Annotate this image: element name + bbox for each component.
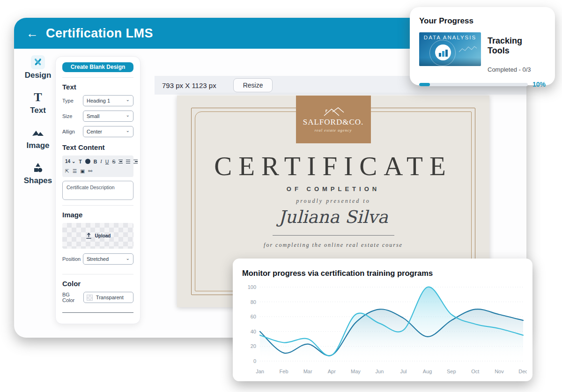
chart-card: Monitor progress via certification train… xyxy=(233,259,532,381)
x-tick-label: Sep xyxy=(447,369,456,374)
strikethrough-icon[interactable]: S xyxy=(112,159,115,164)
align-label: Allign xyxy=(62,129,75,134)
type-label: Type xyxy=(62,98,74,104)
sidebar-item-label: Image xyxy=(26,141,49,150)
back-arrow-icon[interactable]: ← xyxy=(26,27,38,39)
x-tick-label: Nov xyxy=(495,369,504,374)
y-tick-label: 80 xyxy=(251,299,256,305)
x-tick-label: Jul xyxy=(400,369,407,374)
position-value: Stretched xyxy=(87,256,109,262)
screen: ← Certification LMS Design T Text xyxy=(0,0,562,392)
x-tick-label: Mar xyxy=(303,369,312,374)
x-tick-label: Jun xyxy=(376,369,384,374)
signature-line xyxy=(273,235,394,236)
divider xyxy=(62,77,133,78)
insert-image-icon[interactable]: ▣ xyxy=(80,169,85,174)
x-tick-label: Feb xyxy=(280,369,288,374)
x-tick-label: Oct xyxy=(471,369,479,374)
resize-button[interactable]: Resize xyxy=(233,78,273,92)
chart-title: Monitor progress via certification train… xyxy=(242,269,528,278)
upload-icon xyxy=(85,232,92,239)
shapes-icon xyxy=(31,161,45,175)
progress-bar-fill xyxy=(419,83,430,86)
underline-icon[interactable]: U xyxy=(105,159,109,164)
certificate-presented-line: proudly presented to xyxy=(177,198,489,205)
course-thumbnail[interactable]: DATA ANALYSIS xyxy=(419,32,481,66)
certificate-subtitle: OF COMPLETION xyxy=(177,185,489,192)
progress-line-chart: 020406080100JanFebMarAprMayJunJulAugSepO… xyxy=(242,281,527,380)
y-tick-label: 0 xyxy=(253,358,256,364)
italic-icon[interactable]: I xyxy=(100,159,102,164)
text-content-heading: Text Content xyxy=(62,143,133,151)
rich-text-toolbar: 14 ⌄ T B I U S ⇱ ☰ ▣ ⚯ xyxy=(62,155,133,177)
sidebar-item-design[interactable]: Design xyxy=(25,55,52,80)
align-center-icon[interactable] xyxy=(126,160,130,164)
chevron-down-icon: ⌄ xyxy=(126,113,130,118)
align-left-icon[interactable] xyxy=(118,160,123,164)
chevron-down-icon: ⌄ xyxy=(126,97,130,102)
bg-color-picker[interactable]: Transparent xyxy=(83,292,133,303)
progress-bar-track xyxy=(419,83,528,86)
sidebar-item-label: Design xyxy=(25,71,52,80)
course-title: Tracking Tools xyxy=(488,36,546,56)
bg-color-value: Transparent xyxy=(96,295,124,300)
y-tick-label: 100 xyxy=(248,284,256,290)
text-color-icon[interactable] xyxy=(85,159,90,164)
sidebar-item-image[interactable]: Image xyxy=(26,126,49,150)
x-tick-label: Aug xyxy=(423,369,432,374)
size-select[interactable]: Small ⌄ xyxy=(83,111,133,122)
link-icon[interactable]: ⚯ xyxy=(88,169,92,174)
bar-chart-icon xyxy=(435,44,451,60)
your-progress-card: Your Progress DATA ANALYSIS Tracking Too… xyxy=(410,7,555,85)
image-icon xyxy=(31,126,45,140)
position-label: Position xyxy=(62,256,81,262)
left-toolbar: Design T Text Image xyxy=(20,55,56,185)
color-section-heading: Color xyxy=(62,280,133,288)
thumbnail-line-chart-icon xyxy=(458,44,477,54)
x-tick-label: Apr xyxy=(328,369,336,374)
design-tools-icon xyxy=(31,55,45,69)
bold-icon[interactable]: B xyxy=(94,159,97,164)
list-icon[interactable]: ☰ xyxy=(73,169,77,174)
text-icon: T xyxy=(31,90,45,104)
bg-color-label: BG Color xyxy=(62,292,83,303)
thumbnail-label: DATA ANALYSIS xyxy=(419,35,481,40)
progress-card-title: Your Progress xyxy=(419,16,546,26)
y-tick-label: 60 xyxy=(251,314,256,319)
sidebar-item-shapes[interactable]: Shapes xyxy=(24,161,52,185)
size-value: Small xyxy=(87,113,100,119)
sidebar-item-text[interactable]: T Text xyxy=(30,90,46,115)
app-title: Certification LMS xyxy=(46,26,153,41)
create-blank-design-button[interactable]: Create Blank Design xyxy=(62,62,133,72)
y-tick-label: 40 xyxy=(251,329,256,334)
certificate-course-line: for completing the online real estate co… xyxy=(177,242,489,249)
chevron-down-icon: ⌄ xyxy=(126,256,130,261)
sidebar-item-label: Shapes xyxy=(24,176,52,185)
cursor-icon[interactable]: ⇱ xyxy=(65,169,69,174)
align-right-icon[interactable] xyxy=(133,160,138,164)
certificate-title: CERTIFICATE xyxy=(177,151,489,181)
align-select[interactable]: Center ⌄ xyxy=(83,126,133,137)
certificate-brand-tagline: real estate agency xyxy=(315,128,352,133)
font-size-select[interactable]: 14 ⌄ xyxy=(65,159,75,164)
type-value: Heading 1 xyxy=(87,98,110,104)
x-tick-label: Dec xyxy=(518,369,527,374)
position-select[interactable]: Stretched ⌄ xyxy=(83,253,133,265)
text-style-icon[interactable]: T xyxy=(79,159,81,164)
certificate-ribbon: SALFORD&CO. real estate agency xyxy=(296,96,371,143)
image-upload-area[interactable]: Upload xyxy=(62,223,133,249)
type-select[interactable]: Heading 1 ⌄ xyxy=(83,95,133,106)
align-value: Center xyxy=(87,129,102,134)
x-tick-label: Jan xyxy=(256,369,264,374)
certificate-description-input[interactable] xyxy=(62,181,133,200)
canvas-dimensions: 793 px X 1123 px xyxy=(162,81,216,89)
x-tick-label: May xyxy=(351,369,361,374)
roof-logo-icon xyxy=(321,106,346,117)
progress-percent: 10% xyxy=(532,81,546,88)
sidebar-item-label: Text xyxy=(30,106,46,115)
certificate-brand: SALFORD&CO. xyxy=(303,118,364,127)
certificate-recipient-name: Juliana Silva xyxy=(177,207,489,227)
completed-status: Completed - 0/3 xyxy=(488,66,546,73)
size-label: Size xyxy=(62,113,72,119)
divider xyxy=(62,205,133,206)
